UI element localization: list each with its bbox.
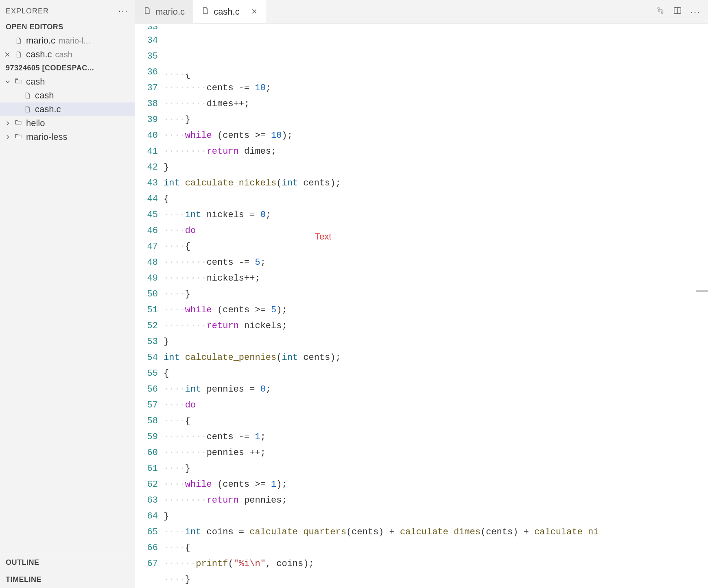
open-editor-hint: mario-l... xyxy=(59,36,90,46)
open-editor-item[interactable]: mario.c mario-l... xyxy=(0,34,135,48)
folder-icon xyxy=(15,118,22,128)
open-editor-label: mario.c xyxy=(26,35,55,46)
timeline-title[interactable]: TIMELINE xyxy=(0,571,135,588)
line-number: 47 xyxy=(135,239,158,255)
explorer-more-icon[interactable]: ··· xyxy=(118,6,128,16)
open-editor-item[interactable]: cash.c cash xyxy=(0,48,135,61)
line-number: 60 xyxy=(135,445,158,461)
line-number: 35 xyxy=(135,48,158,64)
code-line[interactable]: int calculate_pennies(int cents); xyxy=(164,350,708,366)
code-line[interactable]: ····{ xyxy=(164,540,708,556)
code-line[interactable]: ····} xyxy=(164,461,708,477)
code-line[interactable]: ····int coins = calculate_quarters(cents… xyxy=(164,524,708,540)
code-editor[interactable]: 3334353637383940414243444546474849505152… xyxy=(135,24,708,588)
code-line[interactable]: ········return dimes; xyxy=(164,144,708,159)
code-line[interactable]: ····int nickels = 0; xyxy=(164,207,708,223)
line-number: 51 xyxy=(135,302,158,318)
code-line[interactable]: int calculate_nickels(int cents); xyxy=(164,175,708,191)
code-line[interactable]: ····while (cents >= 10); xyxy=(164,128,708,144)
code-line[interactable]: } xyxy=(164,159,708,175)
file-row[interactable]: cash xyxy=(0,89,135,102)
line-number: 45 xyxy=(135,207,158,223)
line-number: 40 xyxy=(135,128,158,144)
svg-point-4 xyxy=(658,7,659,9)
close-icon[interactable] xyxy=(251,7,258,17)
folder-row-mario-less[interactable]: mario-less xyxy=(0,130,135,144)
folder-label: cash xyxy=(26,76,45,87)
file-row[interactable]: cash.c xyxy=(0,102,135,116)
workspace-title[interactable]: 97324605 [CODESPAC... xyxy=(0,61,135,75)
whitespace: ···· xyxy=(164,400,185,410)
line-number: 37 xyxy=(135,80,158,96)
line-gutter: 3334353637383940414243444546474849505152… xyxy=(135,26,164,588)
line-number: 38 xyxy=(135,96,158,112)
code-line[interactable]: { xyxy=(164,191,708,207)
line-number: 36 xyxy=(135,64,158,80)
line-number: 64 xyxy=(135,508,158,524)
line-number: 43 xyxy=(135,175,158,191)
code-line[interactable]: ····while (cents >= 1); xyxy=(164,477,708,492)
code-line[interactable]: ········cents -= 1; xyxy=(164,429,708,445)
explorer-title: EXPLORER xyxy=(6,7,49,15)
tab-label: mario.c xyxy=(155,7,185,17)
line-number: 65 xyxy=(135,524,158,540)
folder-label: mario-less xyxy=(26,132,67,142)
compare-changes-icon[interactable] xyxy=(656,6,665,17)
tab-cash-c[interactable]: cash.c xyxy=(193,0,266,23)
line-number: 53 xyxy=(135,334,158,350)
line-number: 55 xyxy=(135,366,158,381)
code-line[interactable]: } xyxy=(164,508,708,524)
chevron-down-icon xyxy=(4,78,11,85)
whitespace: ········ xyxy=(164,273,207,283)
whitespace: ········ xyxy=(164,83,207,93)
code-line[interactable]: ········dimes++; xyxy=(164,96,708,112)
code-line[interactable]: ······printf("%i\n", coins); xyxy=(164,556,708,572)
code-line[interactable]: ········nickels++; xyxy=(164,270,708,286)
line-number: 57 xyxy=(135,397,158,413)
line-number: 49 xyxy=(135,270,158,286)
code-line[interactable]: ········cents -= 10; xyxy=(164,80,708,96)
code-line[interactable]: ····{ xyxy=(164,74,708,80)
close-icon[interactable] xyxy=(3,51,11,58)
code-line[interactable]: ········return nickels; xyxy=(164,318,708,334)
outline-title[interactable]: OUTLINE xyxy=(0,554,135,571)
chevron-right-icon xyxy=(4,133,11,141)
file-icon xyxy=(15,37,23,44)
code-line[interactable]: ····{ xyxy=(164,239,708,255)
open-editors-title[interactable]: OPEN EDITORS xyxy=(0,20,135,34)
whitespace: ···· xyxy=(164,543,185,553)
code-line[interactable]: ····int pennies = 0; xyxy=(164,381,708,397)
code-line[interactable]: ····{ xyxy=(164,413,708,429)
folder-icon xyxy=(15,132,22,142)
whitespace: ···· xyxy=(164,479,185,490)
code-line[interactable]: ········return pennies; xyxy=(164,492,708,508)
code-line[interactable]: ····do xyxy=(164,223,708,239)
file-label: cash xyxy=(35,90,54,101)
whitespace: ···· xyxy=(164,74,185,80)
code-line[interactable]: ····while (cents >= 5); xyxy=(164,302,708,318)
folder-row-hello[interactable]: hello xyxy=(0,116,135,130)
chevron-right-icon xyxy=(4,120,11,127)
split-editor-icon[interactable] xyxy=(673,6,682,17)
file-icon xyxy=(15,51,23,58)
open-editor-hint: cash xyxy=(55,50,72,59)
code-area[interactable]: ····{········cents -= 10;········dimes++… xyxy=(164,26,708,588)
code-line[interactable]: { xyxy=(164,366,708,381)
whitespace: ········ xyxy=(164,99,207,109)
whitespace: ···· xyxy=(164,416,185,426)
code-line[interactable]: } xyxy=(164,334,708,350)
tab-more-icon[interactable]: ··· xyxy=(690,6,701,17)
whitespace: ········ xyxy=(164,321,207,331)
code-line[interactable]: ····} xyxy=(164,112,708,128)
overlay-annotation: Text xyxy=(315,229,331,244)
code-line[interactable]: ····} xyxy=(164,286,708,302)
whitespace: ···· xyxy=(164,226,185,236)
folder-row-cash[interactable]: cash xyxy=(0,75,135,89)
whitespace: ········ xyxy=(164,432,207,442)
code-line[interactable]: ····do xyxy=(164,397,708,413)
code-line[interactable]: ····} xyxy=(164,572,708,588)
code-line[interactable]: ········cents -= 5; xyxy=(164,255,708,270)
tab-mario-c[interactable]: mario.c xyxy=(135,0,193,23)
whitespace: ···· xyxy=(164,131,185,141)
code-line[interactable]: ········pennies ++; xyxy=(164,445,708,461)
